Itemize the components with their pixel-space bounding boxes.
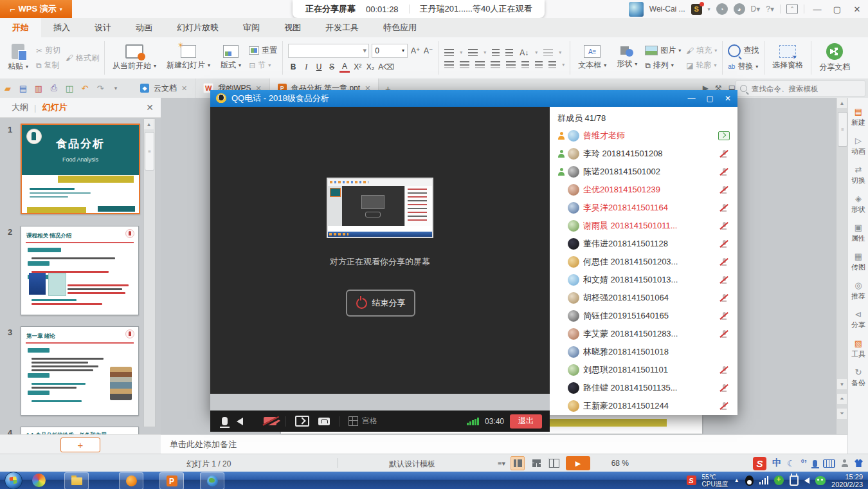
align-left-icon[interactable] bbox=[444, 61, 454, 68]
wechat-tray-icon[interactable] bbox=[815, 476, 826, 485]
screen-share-icon[interactable] bbox=[295, 416, 309, 427]
muted-mic-icon[interactable] bbox=[719, 383, 728, 392]
exit-call-button[interactable]: 退出 bbox=[510, 414, 542, 429]
user-name[interactable]: Wei-Cai ... bbox=[649, 5, 685, 14]
scrollbar-thumb[interactable]: ≡ bbox=[145, 132, 154, 171]
reading-view-button[interactable] bbox=[548, 457, 561, 470]
wps-taskbar-icon[interactable]: P bbox=[159, 472, 184, 489]
zoom-level[interactable]: 68 % bbox=[611, 459, 629, 468]
panel-scrollbar[interactable]: ▲ ≡ bbox=[143, 118, 156, 427]
previous-slide-icon[interactable]: ⏶ bbox=[837, 394, 847, 404]
clear-format-button[interactable]: A⌫ bbox=[378, 62, 394, 71]
sidebar-item-upload-image[interactable]: ▦传图 bbox=[851, 252, 865, 272]
template-name[interactable]: 默认设计模板 bbox=[389, 459, 435, 470]
member-row[interactable]: 林晓雅2018141501018 bbox=[550, 343, 737, 361]
speaker-icon[interactable] bbox=[237, 418, 243, 425]
voice-input-icon[interactable] bbox=[813, 460, 817, 467]
layout-button[interactable]: 版式▾ bbox=[218, 44, 244, 72]
screen-share-badge-icon[interactable] bbox=[718, 131, 730, 140]
slide-sorter-button[interactable] bbox=[530, 457, 543, 470]
tab-outline[interactable]: 大纲 bbox=[12, 102, 28, 113]
help-menu[interactable]: ?▾ bbox=[766, 5, 774, 14]
qq-minimize-button[interactable]: — bbox=[688, 94, 696, 103]
find-button[interactable]: 查找 bbox=[728, 44, 759, 57]
para-space-before-icon[interactable] bbox=[535, 61, 543, 68]
font-size-select[interactable]: 0▾ bbox=[372, 44, 408, 58]
copy-button[interactable]: ⧉ 复制 bbox=[36, 60, 60, 71]
muted-mic-icon[interactable] bbox=[719, 203, 728, 212]
theme-icon[interactable]: ◔ bbox=[716, 3, 728, 15]
export-pdf-icon[interactable]: ▥ bbox=[32, 82, 45, 95]
tray-expand-icon[interactable]: ▲ bbox=[734, 477, 739, 483]
subscript-button[interactable]: X₂ bbox=[365, 62, 375, 71]
textbox-button[interactable]: A≡ 文本框▾ bbox=[575, 44, 609, 72]
selection-pane-button[interactable]: 选择窗格 bbox=[770, 44, 806, 72]
undo-icon[interactable]: ↶ bbox=[78, 82, 91, 95]
close-icon[interactable]: ✕ bbox=[181, 84, 187, 93]
sogou-tray-icon[interactable]: S bbox=[687, 475, 696, 485]
qq-titlebar[interactable]: QQ电话 - 2018级食品分析 — ▢ ✕ bbox=[210, 90, 737, 107]
sidebar-item-transition[interactable]: ⇄切换 bbox=[851, 165, 865, 185]
muted-mic-icon[interactable] bbox=[719, 275, 728, 284]
ribbon-tab-2[interactable]: 插入 bbox=[41, 18, 82, 37]
scroll-up-icon[interactable]: ▲ bbox=[144, 119, 154, 129]
decrease-font-icon[interactable]: A⁻ bbox=[423, 46, 433, 55]
superscript-button[interactable]: X² bbox=[352, 62, 363, 71]
user-avatar[interactable] bbox=[629, 2, 644, 17]
slide-thumbnail-3[interactable]: 第一章 绪论 bbox=[21, 326, 139, 416]
command-search[interactable] bbox=[736, 80, 865, 97]
sidebar-item-share[interactable]: ⊲分享 bbox=[851, 309, 865, 330]
member-row[interactable]: 曾维才老师 bbox=[550, 127, 737, 145]
member-badge-icon[interactable]: S bbox=[691, 4, 702, 15]
line-spacing-icon[interactable] bbox=[521, 61, 529, 68]
muted-mic-icon[interactable] bbox=[719, 257, 728, 266]
member-row[interactable]: 李艾蒙 2018141501283... bbox=[550, 325, 737, 343]
member-row[interactable]: 谢雨晨 2018141501011... bbox=[550, 217, 737, 235]
ribbon-tab-1[interactable]: 开始 bbox=[0, 18, 41, 37]
normal-view-button[interactable] bbox=[511, 456, 525, 470]
scroll-down-icon[interactable]: ▼ bbox=[837, 379, 847, 389]
notes-toggle-icon[interactable]: ≡▾ bbox=[498, 459, 505, 468]
search-input[interactable] bbox=[750, 84, 849, 93]
text-direction-icon[interactable]: A↓ bbox=[519, 48, 529, 57]
text-frame-icon[interactable] bbox=[543, 49, 553, 56]
muted-mic-icon[interactable] bbox=[719, 311, 728, 320]
redo-icon[interactable]: ↷ bbox=[94, 82, 107, 95]
power-plug-icon[interactable] bbox=[790, 475, 799, 486]
increase-indent-icon[interactable] bbox=[505, 49, 513, 56]
strikethrough-button[interactable]: S bbox=[327, 62, 337, 71]
italic-button[interactable]: I bbox=[301, 62, 311, 72]
align-center-icon[interactable] bbox=[460, 61, 469, 68]
docer-menu[interactable]: D▾ bbox=[751, 5, 761, 14]
save-icon[interactable]: ▤ bbox=[17, 82, 30, 95]
vertical-scrollbar[interactable]: ▲ ≡ ▼ ⏶ ⏷ bbox=[836, 98, 848, 434]
language-mode-icon[interactable]: 中 bbox=[772, 457, 781, 469]
slide-thumbnail-2[interactable]: 课程相关 情况介绍 bbox=[21, 226, 139, 315]
maximize-button[interactable]: ▢ bbox=[830, 3, 844, 15]
open-file-icon[interactable]: ▰ bbox=[1, 82, 14, 95]
underline-button[interactable]: U bbox=[314, 62, 324, 71]
close-button[interactable]: ✕ bbox=[850, 3, 864, 15]
next-slide-icon[interactable]: ⏷ bbox=[837, 409, 847, 419]
member-row[interactable]: 和文婧 2018141501013... bbox=[550, 271, 737, 289]
sidebar-item-shape[interactable]: ◈形状 bbox=[851, 194, 865, 214]
minimize-button[interactable]: — bbox=[810, 3, 824, 15]
ribbon-tab-9[interactable]: 特色应用 bbox=[371, 18, 429, 37]
scroll-up-icon[interactable]: ▲ bbox=[837, 98, 847, 108]
skin-icon[interactable]: ◕ bbox=[734, 3, 745, 15]
font-color-button[interactable]: A bbox=[339, 62, 350, 73]
member-row[interactable]: 路佳键 2018141501135... bbox=[550, 379, 737, 397]
sidebar-item-new[interactable]: ▤新建 bbox=[851, 107, 865, 127]
member-row[interactable]: 王新豪2018141501244 bbox=[550, 397, 737, 415]
soft-keyboard-icon[interactable] bbox=[823, 459, 835, 468]
play-from-current-button[interactable]: 从当前开始▾ bbox=[110, 43, 159, 73]
justify-icon[interactable] bbox=[491, 61, 500, 68]
print-preview-icon[interactable]: ◫ bbox=[63, 82, 76, 95]
member-row[interactable]: 李玲 2018141501208 bbox=[550, 145, 737, 163]
decrease-indent-icon[interactable] bbox=[492, 49, 500, 56]
tab-slides[interactable]: 幻灯片 bbox=[42, 102, 67, 113]
muted-mic-icon[interactable] bbox=[719, 149, 728, 158]
punctuation-icon[interactable]: °’ bbox=[801, 458, 808, 468]
outline-button[interactable]: ◪ 轮廓▾ bbox=[686, 60, 717, 71]
slideshow-play-button[interactable]: ▶ bbox=[566, 456, 590, 470]
